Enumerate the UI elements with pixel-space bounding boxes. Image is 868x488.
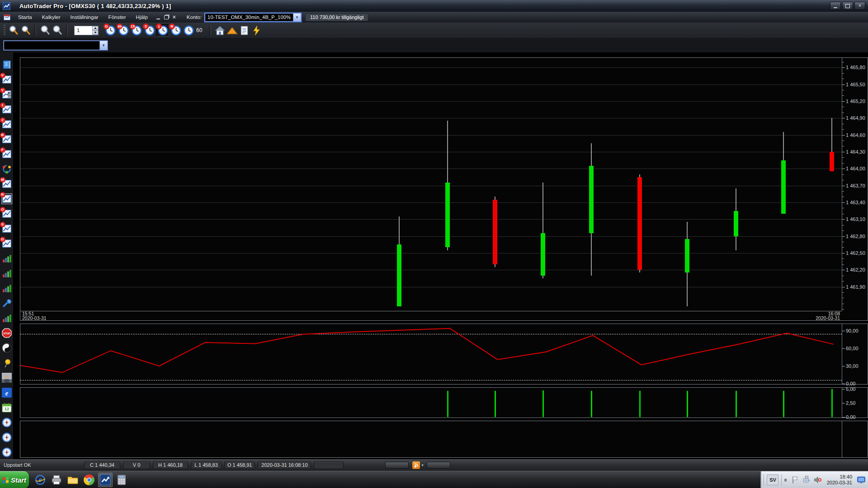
sidebar-chart-v-icon[interactable]: V	[2, 75, 12, 84]
candle-body[interactable]	[541, 233, 545, 275]
timeframe-r-button[interactable]: R	[170, 24, 182, 37]
timeframe-1-button[interactable]: 1	[156, 24, 169, 37]
volume-plot[interactable]	[20, 388, 842, 418]
sidebar-chart-2-icon[interactable]: 2	[2, 119, 12, 129]
child-minimize-icon[interactable]	[156, 15, 160, 19]
close-button[interactable]: ×	[854, 2, 865, 10]
timeframe-5-button[interactable]: 5	[143, 24, 156, 37]
volume-bar[interactable]	[495, 391, 496, 417]
language-indicator[interactable]: SV	[767, 474, 778, 485]
sidebar-stats-3-icon[interactable]	[2, 283, 12, 293]
sidebar-refresh-icon[interactable]	[2, 164, 12, 174]
sidebar-chart-v-levels-icon[interactable]: V	[2, 89, 12, 99]
symbol-search-combo[interactable]: ▾	[4, 41, 108, 50]
minimize-button[interactable]	[830, 2, 841, 10]
candle-body[interactable]	[685, 239, 689, 273]
sidebar-stats-2-icon[interactable]	[2, 268, 12, 278]
volume-bar[interactable]	[447, 391, 448, 417]
volume-bar[interactable]	[831, 389, 833, 417]
toolbar-grip[interactable]	[4, 25, 5, 36]
sidebar-chart-r-icon[interactable]: R	[2, 194, 12, 204]
indicator-plot[interactable]	[20, 324, 842, 384]
volume-muted-icon[interactable]	[813, 475, 822, 484]
candlestick-plot[interactable]	[20, 58, 842, 311]
sidebar-stop-icon[interactable]: STOP	[2, 328, 12, 338]
maximize-button[interactable]	[842, 2, 853, 10]
printer-icon[interactable]	[49, 473, 64, 487]
volume-bar[interactable]	[639, 391, 641, 417]
autotrader-icon[interactable]	[98, 473, 113, 487]
sidebar-chart-o-icon[interactable]: O	[2, 209, 12, 219]
sidebar-chart-f-icon[interactable]: F	[2, 149, 12, 159]
rss-dropdown-arrow-icon[interactable]: ▾	[421, 463, 423, 467]
volume-bar[interactable]	[783, 391, 784, 417]
sidebar-settings-wrench-icon[interactable]	[2, 298, 12, 308]
candle-body[interactable]	[589, 166, 594, 233]
sidebar-scripts-icon[interactable]	[2, 60, 12, 70]
sidebar-chart-d-icon[interactable]: D	[2, 239, 12, 249]
start-button[interactable]: Start	[0, 471, 29, 488]
home-button[interactable]	[214, 24, 226, 37]
timeframe-60-button[interactable]	[182, 24, 195, 37]
menu-item-kalkyler[interactable]: Kalkyler	[37, 12, 66, 23]
lightning-button[interactable]	[250, 24, 263, 37]
timeframe-d-button[interactable]: D	[104, 24, 117, 37]
sidebar-calendar-icon[interactable]: 12	[2, 403, 12, 413]
candle-body[interactable]	[445, 183, 450, 247]
flag-icon[interactable]	[791, 475, 800, 484]
timeframe-15-button[interactable]: 15	[130, 24, 143, 37]
sidebar-pushpin-icon[interactable]	[2, 358, 12, 368]
sidebar-browser-icon[interactable]: e	[2, 388, 12, 398]
magnify-button[interactable]	[39, 24, 51, 37]
menu-item-fönster[interactable]: Fönster	[104, 12, 131, 23]
sidebar-chart-m-icon[interactable]: M	[2, 179, 12, 189]
network-icon[interactable]	[802, 475, 811, 484]
sidebar-stats-1-icon[interactable]	[2, 253, 12, 263]
sidebar-profile-photo-icon[interactable]	[2, 373, 12, 383]
interval-spinner[interactable]: 1	[74, 26, 99, 35]
chrome-icon[interactable]	[82, 473, 96, 487]
candle-body[interactable]	[637, 177, 642, 270]
sidebar-compass-2-icon[interactable]	[2, 432, 12, 442]
sidebar-badge: D	[0, 237, 5, 242]
timeframe-30-button[interactable]: 30	[117, 24, 130, 37]
candle-body[interactable]	[397, 244, 401, 306]
symbol-search-input[interactable]	[4, 41, 99, 50]
sidebar-chart-b-icon[interactable]: B	[2, 134, 12, 144]
child-restore-icon[interactable]	[164, 15, 169, 19]
spinner-up-button[interactable]	[92, 26, 98, 31]
candle-body[interactable]	[830, 152, 834, 172]
account-dropdown[interactable]: 10-TEST_OMX_30min_4B_P_100% ▾	[204, 13, 302, 22]
sidebar-compass-3-icon[interactable]	[2, 447, 12, 457]
zoom-in-button[interactable]	[7, 24, 19, 37]
child-close-icon[interactable]: ×	[173, 14, 176, 20]
show-desktop-icon[interactable]	[857, 475, 866, 484]
menu-item-inställningar[interactable]: Inställningar	[66, 12, 104, 23]
magnify-out-button[interactable]	[51, 24, 63, 37]
sidebar-stats-4-icon[interactable]	[2, 313, 12, 323]
sidebar-yin-yang-icon[interactable]	[2, 343, 12, 353]
zoom-out-button[interactable]	[19, 24, 32, 37]
mountain-button[interactable]	[226, 24, 238, 37]
menu-item-starta[interactable]: Starta	[13, 12, 37, 23]
rss-icon[interactable]	[412, 461, 420, 469]
volume-bar[interactable]	[591, 391, 592, 417]
account-dropdown-arrow-icon[interactable]: ▾	[293, 14, 301, 21]
report-button[interactable]	[238, 24, 250, 37]
sidebar-chart-1-icon[interactable]: 1	[2, 104, 12, 114]
internet-explorer-icon[interactable]: e	[33, 473, 47, 487]
folder-icon[interactable]	[66, 473, 80, 487]
hide-icons-chevron[interactable]: «	[783, 478, 790, 481]
volume-bar[interactable]	[687, 391, 688, 417]
spinner-down-button[interactable]	[92, 30, 98, 35]
volume-bar[interactable]	[736, 391, 737, 417]
menu-item-hjälp[interactable]: Hjälp	[131, 12, 153, 23]
sidebar-chart-s-icon[interactable]: S	[2, 224, 12, 234]
candle-body[interactable]	[493, 200, 497, 264]
volume-bar[interactable]	[542, 390, 544, 417]
candle-body[interactable]	[734, 211, 738, 236]
calculator-icon[interactable]	[114, 473, 129, 487]
symbol-dropdown-arrow-icon[interactable]: ▾	[99, 41, 107, 50]
sidebar-compass-1-icon[interactable]	[2, 418, 12, 427]
candle-body[interactable]	[781, 160, 786, 214]
